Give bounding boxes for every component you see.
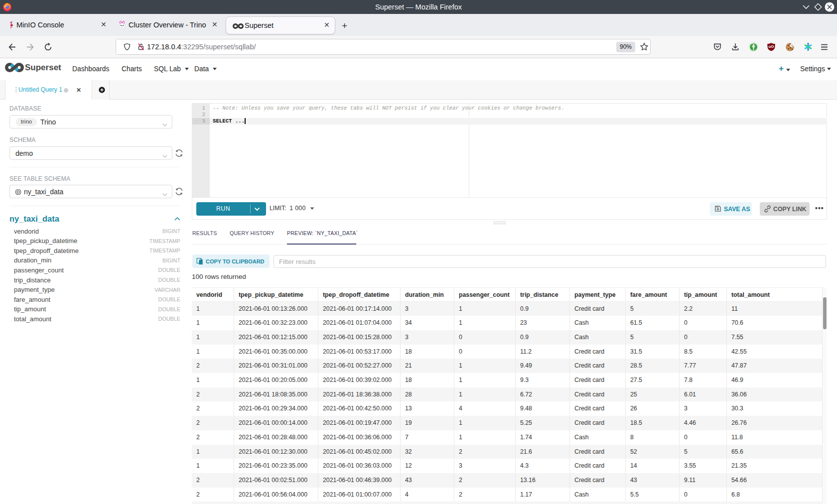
svg-text:uO: uO [769, 44, 774, 49]
